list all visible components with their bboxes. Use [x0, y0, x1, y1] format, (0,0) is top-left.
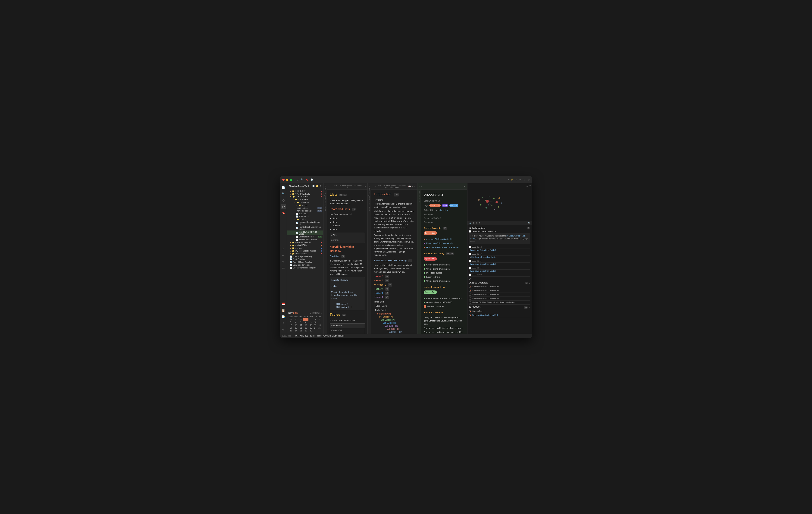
activity-file2[interactable]: 📋: [281, 308, 286, 313]
activity-bookmarks[interactable]: 🔖: [281, 210, 286, 216]
tree-item-000-index[interactable]: ▶ 📁 000 - INDEX: [287, 190, 323, 193]
activity-graph[interactable]: ◎: [281, 198, 286, 203]
activity-pencil[interactable]: ✏: [281, 253, 286, 258]
cal-day[interactable]: 10: [313, 321, 317, 324]
task-item-5[interactable]: Create demo environment: [424, 279, 464, 283]
history-icon[interactable]: 🕐: [311, 178, 313, 181]
cal-day[interactable]: 2: [309, 318, 313, 321]
tree-item-2022-08-13[interactable]: 📄 2022-08-13: [287, 215, 323, 218]
tree-item-005-areas[interactable]: ▶ 📁 005 - AREAS: [287, 244, 323, 247]
tag-start[interactable]: start: [442, 204, 448, 207]
cal-day[interactable]: 24: [313, 326, 317, 330]
tree-item-how-to-install[interactable]: 📄 How to Install Obsidian on Exter...: [287, 226, 323, 230]
date-checkbox-2022-08-16[interactable]: [469, 260, 471, 262]
cal-day[interactable]: 12: [288, 324, 293, 326]
graph-fullscreen-icon[interactable]: ⛶: [526, 184, 528, 187]
activity-gear2[interactable]: ⚙: [281, 327, 286, 332]
cal-day[interactable]: 19: [288, 326, 293, 330]
cal-day[interactable]: 11: [317, 321, 322, 324]
new-folder-icon[interactable]: 📁: [316, 185, 319, 187]
project-item-1[interactable]: -readme Obsidian Starter Kit: [424, 237, 464, 241]
tree-item-core-plugins[interactable]: core plugins PNG: [287, 207, 323, 209]
tree-item-random-files[interactable]: ▶ 📁 Random Files: [287, 252, 323, 255]
calendar-today-button[interactable]: TODAY: [312, 312, 320, 314]
related-value[interactable]: daily notes: [438, 209, 448, 211]
close-button[interactable]: [282, 179, 285, 181]
cal-day[interactable]: 20: [293, 326, 298, 330]
cal-day[interactable]: 22: [303, 326, 309, 330]
undo-icon[interactable]: ↺: [519, 178, 521, 181]
cal-day[interactable]: 27: [293, 330, 298, 332]
cal-day[interactable]: 31: [298, 318, 303, 321]
cal-day[interactable]: 21: [298, 326, 303, 330]
overview-2022-08-13-expand[interactable]: ∨: [529, 306, 530, 309]
task-item-2[interactable]: Create demo environment: [424, 267, 464, 271]
toolbar-link-icon[interactable]: 🔗: [469, 222, 472, 224]
tree-item-004-resources[interactable]: ▶ 📁 004 RESOURCES: [287, 241, 323, 244]
activity-dot[interactable]: •••: [281, 265, 286, 271]
tree-item-not-relevant[interactable]: 📄 Not currently relevant: [287, 238, 323, 241]
cal-day[interactable]: 30: [293, 318, 298, 321]
cal-day[interactable]: 16: [309, 324, 313, 326]
tree-item-calendar[interactable]: ▼ 📁 CALENDAR: [287, 198, 323, 201]
list-icon[interactable]: ≡: [516, 178, 517, 181]
toolbar-table-icon[interactable]: ⊞: [473, 222, 474, 224]
tree-item-master-topic[interactable]: 📄 -master topic index log: [287, 255, 323, 258]
activity-help[interactable]: ?: [281, 320, 286, 326]
close-tab-2[interactable]: ✕: [414, 185, 416, 188]
cal-day-today[interactable]: 1: [303, 318, 309, 321]
bookmark-icon[interactable]: 🔖: [306, 178, 308, 181]
tab-nav-forward-2[interactable]: ›: [375, 185, 376, 188]
cal-day[interactable]: 26: [288, 330, 293, 332]
tag-practice[interactable]: practice: [449, 204, 458, 207]
date-checkbox-2022-09-09[interactable]: [469, 274, 471, 276]
tab-nav-back-1[interactable]: ‹: [328, 185, 329, 188]
reading-view-icon[interactable]: 📖: [408, 185, 411, 188]
cal-day[interactable]: 6: [293, 321, 298, 324]
cal-day[interactable]: 29: [288, 318, 293, 321]
tree-item-template-settings[interactable]: template settings PNG: [287, 209, 323, 212]
tree-item-markdown-guide[interactable]: 📄 Markdown Quick Start Guide: [287, 230, 323, 235]
date-checkbox-2022-08-13a[interactable]: [469, 253, 471, 255]
activity-calendar2[interactable]: 📅: [281, 302, 286, 307]
tree-item-images[interactable]: ▼ 📁 Images: [287, 204, 323, 207]
cal-day[interactable]: 18: [317, 324, 322, 326]
sort-icon[interactable]: ⇅: [320, 185, 321, 187]
tree-item-2022-08-12[interactable]: 📄 2022-08-12: [287, 212, 323, 215]
overview-2022-09-expand[interactable]: ∨: [529, 281, 530, 284]
activity-search[interactable]: 🔍: [281, 191, 286, 197]
worked-item-3[interactable]: ✓ obsidian starter kit: [424, 305, 464, 309]
sidebar-toggle-icon[interactable]: ⬡: [297, 178, 298, 181]
filter-icon[interactable]: ⚡: [511, 178, 514, 181]
activity-x[interactable]: ✕: [281, 246, 286, 252]
mention-link[interactable]: [Markdown Quick Start Guide]: [470, 235, 525, 240]
maximize-button[interactable]: [290, 179, 292, 181]
redo-icon[interactable]: ↻: [523, 178, 525, 181]
new-file-icon[interactable]: 📄: [312, 185, 315, 187]
cal-day[interactable]: 14: [298, 324, 303, 326]
minimize-button[interactable]: [286, 179, 288, 181]
close-tab-3[interactable]: ✕: [464, 185, 466, 188]
task-item-4[interactable]: Export to PDFs: [424, 275, 464, 279]
tree-item-daily-note-template[interactable]: 📄 Daily Note Template: [287, 264, 323, 266]
task-item-3[interactable]: Proofread guides: [424, 271, 464, 275]
toolbar-tree-icon[interactable]: ⊟: [478, 222, 480, 224]
cal-day[interactable]: 4: [317, 318, 322, 321]
more-options-icon[interactable]: ···: [412, 185, 413, 188]
cal-day[interactable]: 13: [293, 324, 298, 326]
tree-item-guides[interactable]: ▼ 📁 guides: [287, 218, 323, 221]
tag-daily[interactable]: daily-notes: [429, 204, 441, 207]
mention-checkbox-1[interactable]: [469, 230, 471, 233]
outline-item-contents[interactable]: Contents: [331, 238, 364, 242]
tree-item-001-projects[interactable]: ▶ 📁 001 - PROJECTS: [287, 193, 323, 195]
activity-copy[interactable]: 📑: [281, 314, 286, 319]
activity-star[interactable]: ☆: [281, 259, 286, 264]
tree-item-obsidian-launcher[interactable]: 📄 ObsidianLauncher BAT: [287, 235, 323, 238]
toolbar-search-icon[interactable]: 🔍: [528, 222, 530, 224]
cal-day[interactable]: 23: [309, 326, 313, 330]
task-item-1[interactable]: Create demo environment: [424, 263, 464, 267]
activity-tags[interactable]: 🏷: [281, 204, 286, 209]
cal-day[interactable]: 17: [313, 324, 317, 326]
cal-day[interactable]: 28: [298, 330, 303, 332]
tree-item-cornell-notes[interactable]: 📄 Cornell Notes Template: [287, 261, 323, 264]
